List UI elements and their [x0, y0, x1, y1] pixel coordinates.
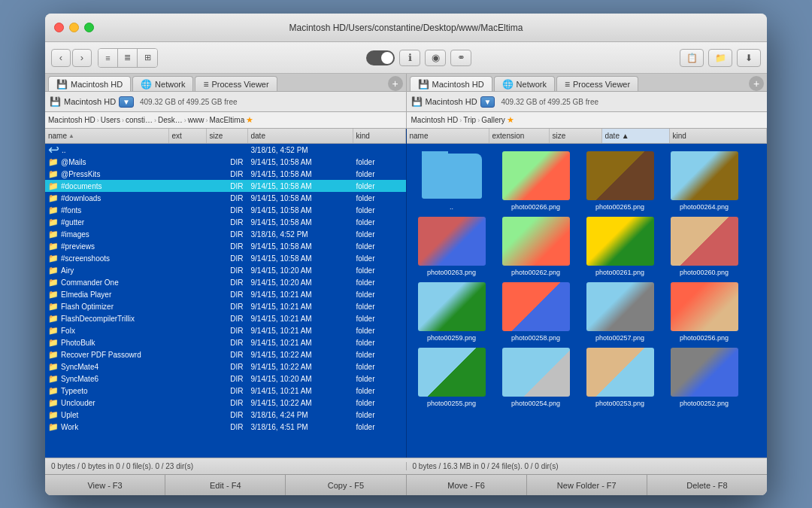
maximize-button[interactable]: [84, 23, 94, 32]
right-tab-add[interactable]: +: [749, 76, 764, 91]
right-path-star[interactable]: ★: [507, 115, 514, 125]
table-row[interactable]: 📁#downloads DIR 9/14/15, 10:58 AM folder: [45, 192, 406, 204]
gallery-col-size[interactable]: size: [550, 129, 602, 143]
right-path-crumb-2[interactable]: Gallery: [481, 116, 505, 124]
list-item[interactable]: photo00262.png: [498, 217, 574, 276]
list-item[interactable]: photo00256.png: [667, 282, 742, 342]
fn-view-button[interactable]: View - F3: [45, 475, 165, 495]
list-item[interactable]: ..: [414, 151, 489, 211]
right-path-crumb-0[interactable]: Macintosh HD: [411, 116, 459, 124]
list-item[interactable]: photo00255.png: [414, 348, 489, 407]
fn-delete-button[interactable]: Delete - F8: [647, 475, 767, 495]
drive-button-2[interactable]: 📁: [708, 49, 732, 67]
table-row[interactable]: 📁Airy DIR 9/14/15, 10:20 AM folder: [45, 264, 406, 276]
list-item[interactable]: photo00252.png: [667, 348, 742, 407]
left-tab-process-viewer[interactable]: ≡Process Viewer: [195, 76, 277, 91]
table-row[interactable]: 📁#documents DIR 9/14/15, 10:58 AM folder: [45, 180, 406, 192]
main-area: name ▲ ext size date kind ↩.. 3/18/16, 4…: [45, 129, 767, 458]
left-tab-add[interactable]: +: [388, 76, 403, 91]
eye-button[interactable]: ◉: [425, 50, 446, 66]
list-item[interactable]: photo00261.png: [583, 217, 658, 276]
left-path-crumb-5[interactable]: MacEltima: [210, 116, 245, 124]
fn-move-button[interactable]: Move - F6: [407, 475, 527, 495]
table-row[interactable]: 📁@PressKits DIR 9/14/15, 10:58 AM folder: [45, 168, 406, 180]
left-path-crumb-1[interactable]: Users: [101, 116, 120, 124]
minimize-button[interactable]: [69, 23, 79, 32]
table-row[interactable]: 📁Recover PDF Passowrd DIR 9/14/15, 10:22…: [45, 348, 406, 360]
table-row[interactable]: 📁Folx DIR 9/14/15, 10:21 AM folder: [45, 324, 406, 336]
left-path-star[interactable]: ★: [246, 115, 253, 125]
right-addr-drive-btn[interactable]: ▼: [480, 96, 495, 108]
table-row[interactable]: 📁FlashDecompilerTrillix DIR 9/14/15, 10:…: [45, 312, 406, 324]
col-header-ext[interactable]: ext: [169, 129, 207, 143]
close-button[interactable]: [54, 23, 64, 32]
left-path-crumb-2[interactable]: consti…: [126, 116, 153, 124]
list-item[interactable]: photo00260.png: [667, 217, 742, 276]
left-tab-macintosh-hd[interactable]: 💾Macintosh HD: [48, 76, 131, 91]
table-row[interactable]: ↩.. 3/18/16, 4:52 PM: [45, 144, 406, 156]
list-item[interactable]: photo00265.png: [583, 151, 658, 211]
gallery-thumb: [502, 348, 570, 397]
table-row[interactable]: 📁@Mails DIR 9/14/15, 10:58 AM folder: [45, 156, 406, 168]
list-view-button[interactable]: ≡: [98, 49, 118, 67]
table-row[interactable]: 📁PhotoBulk DIR 9/14/15, 10:21 AM folder: [45, 336, 406, 348]
right-tab-process-viewer-r[interactable]: ≡Process Viewer: [556, 76, 638, 91]
gallery-col-name[interactable]: name: [407, 129, 489, 143]
col-header-name[interactable]: name ▲: [45, 129, 169, 143]
gallery-thumb: [586, 151, 654, 200]
list-item[interactable]: photo00259.png: [414, 282, 489, 342]
left-path-crumb-4[interactable]: www: [188, 116, 205, 124]
gallery-col-kind[interactable]: kind: [670, 129, 768, 143]
list-item[interactable]: photo00254.png: [498, 348, 574, 407]
drive-button-1[interactable]: 📋: [680, 49, 704, 67]
fn-newfolder-button[interactable]: New Folder - F7: [527, 475, 647, 495]
left-path-crumb-0[interactable]: Macintosh HD: [48, 116, 95, 124]
list-item[interactable]: photo00263.png: [414, 217, 489, 276]
gallery-label: photo00256.png: [680, 334, 729, 342]
gallery-col-date[interactable]: date ▲: [602, 129, 670, 143]
list-item[interactable]: photo00264.png: [667, 151, 742, 211]
table-row[interactable]: 📁SyncMate6 DIR 9/14/15, 10:20 AM folder: [45, 373, 406, 385]
table-row[interactable]: 📁#screenshoots DIR 9/14/15, 10:58 AM fol…: [45, 252, 406, 264]
thumb-dotdot: [418, 151, 486, 200]
small-list-button[interactable]: ≣: [118, 49, 138, 67]
gallery-col-ext[interactable]: extension: [489, 129, 550, 143]
gallery-thumb: [671, 282, 738, 331]
fn-edit-button[interactable]: Edit - F4: [165, 475, 286, 495]
table-row[interactable]: 📁Uplet DIR 3/18/16, 4:24 PM folder: [45, 409, 406, 421]
left-addr-drive-btn[interactable]: ▼: [119, 96, 134, 108]
list-item[interactable]: photo00253.png: [583, 348, 658, 407]
col-header-kind[interactable]: kind: [353, 129, 406, 143]
table-row[interactable]: 📁#fonts DIR 9/14/15, 10:58 AM folder: [45, 204, 406, 216]
info-button[interactable]: ℹ: [399, 50, 420, 66]
forward-button[interactable]: ›: [72, 49, 92, 67]
back-button[interactable]: ‹: [51, 49, 71, 67]
col-header-date[interactable]: date: [248, 129, 353, 143]
table-row[interactable]: 📁Elmedia Player DIR 9/14/15, 10:21 AM fo…: [45, 288, 406, 300]
table-row[interactable]: 📁#gutter DIR 9/14/15, 10:58 AM folder: [45, 216, 406, 228]
table-row[interactable]: 📁#images DIR 3/18/16, 4:52 PM folder: [45, 228, 406, 240]
right-tab-network-r[interactable]: 🌐Network: [494, 76, 555, 91]
table-row[interactable]: 📁Flash Optimizer DIR 9/14/15, 10:21 AM f…: [45, 300, 406, 312]
right-tab-macintosh-hd-r[interactable]: 💾Macintosh HD: [410, 76, 492, 91]
right-path-crumb-1[interactable]: Trip: [463, 116, 476, 124]
list-item[interactable]: photo00258.png: [498, 282, 574, 342]
table-row[interactable]: 📁Unclouder DIR 9/14/15, 10:22 AM folder: [45, 397, 406, 409]
table-row[interactable]: 📁Work DIR 3/18/16, 4:51 PM folder: [45, 421, 406, 433]
table-row[interactable]: 📁SyncMate4 DIR 9/14/15, 10:22 AM folder: [45, 360, 406, 373]
table-row[interactable]: 📁#previews DIR 9/14/15, 10:58 AM folder: [45, 240, 406, 252]
toggle-button[interactable]: [366, 50, 395, 65]
table-row[interactable]: 📁Commander One DIR 9/14/15, 10:20 AM fol…: [45, 276, 406, 288]
list-item[interactable]: photo00257.png: [583, 282, 658, 342]
grid-view-button[interactable]: ⊞: [138, 49, 157, 67]
binocular-button[interactable]: ⚭: [450, 50, 471, 66]
col-header-size[interactable]: size: [207, 129, 248, 143]
table-row[interactable]: 📁Typeeto DIR 9/14/15, 10:21 AM folder: [45, 385, 406, 397]
fn-copy-button[interactable]: Copy - F5: [286, 475, 406, 495]
list-item[interactable]: photo00266.png: [498, 151, 574, 211]
gallery-thumb: [671, 151, 738, 200]
left-tab-network[interactable]: 🌐Network: [132, 76, 193, 91]
left-path-crumb-3[interactable]: Desk…: [158, 116, 183, 124]
right-addr-free: 409.32 GB of 499.25 GB free: [501, 98, 598, 106]
download-button[interactable]: ⬇: [737, 49, 761, 67]
